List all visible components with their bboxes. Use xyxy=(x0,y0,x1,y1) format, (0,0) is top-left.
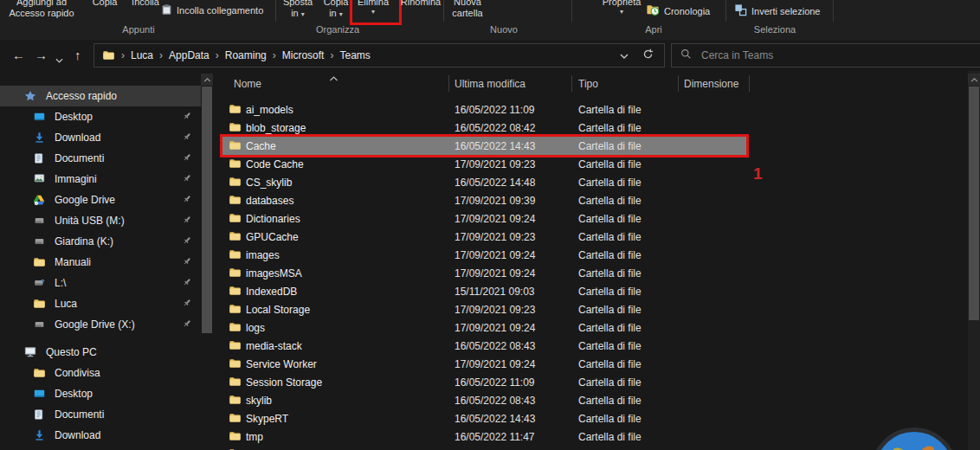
pin-icon[interactable] xyxy=(182,235,192,248)
column-header-modified[interactable]: Ultima modifica xyxy=(455,78,525,90)
pin-icon[interactable] xyxy=(182,318,192,331)
column-separator[interactable] xyxy=(571,75,572,92)
file-row-databases[interactable]: databases17/09/2021 09:39Cartella di fil… xyxy=(214,191,968,209)
pin-icon[interactable] xyxy=(182,298,192,311)
sidebar-item-quick-access[interactable]: Accesso rapido xyxy=(0,86,201,106)
file-row-logs[interactable]: logs17/09/2021 09:24Cartella di file xyxy=(214,318,968,337)
sidebar-item-download[interactable]: Download xyxy=(0,127,201,148)
breadcrumb-item-luca[interactable]: Luca xyxy=(131,49,153,61)
column-header-name[interactable]: Nome xyxy=(234,78,261,90)
sidebar-item-google-drive[interactable]: Google Drive xyxy=(0,190,201,210)
back-button[interactable]: ← xyxy=(12,48,25,61)
file-row-cache[interactable]: Cache16/05/2022 14:43Cartella di file xyxy=(214,137,968,155)
scroll-up-icon[interactable] xyxy=(201,74,213,86)
scrollbar-thumb[interactable] xyxy=(969,87,979,320)
ribbon: Aggiungi ad Accesso rapido Copia Incolla… xyxy=(0,0,980,41)
add-to-quick-access-button[interactable]: Aggiungi ad Accesso rapido xyxy=(2,0,81,19)
column-separator[interactable] xyxy=(678,75,679,92)
pin-icon[interactable] xyxy=(182,194,192,207)
sidebar-item-documenti[interactable]: Documenti xyxy=(0,404,201,425)
breadcrumb-item-roaming[interactable]: Roaming xyxy=(225,49,267,61)
paste-button[interactable]: Incolla xyxy=(126,0,164,8)
copy-button[interactable]: Copia xyxy=(87,0,123,8)
sidebar-scrollbar[interactable] xyxy=(201,71,213,450)
file-row-media-stack[interactable]: media-stack16/05/2022 08:43Cartella di f… xyxy=(214,337,968,355)
file-row-dictionaries[interactable]: Dictionaries17/09/2021 09:24Cartella di … xyxy=(214,209,968,228)
sidebar-item-immagini[interactable]: Immagini xyxy=(0,169,201,190)
recent-locations-chevron-icon[interactable] xyxy=(55,52,63,65)
scroll-up-icon[interactable] xyxy=(968,74,980,86)
pin-icon[interactable] xyxy=(182,111,192,124)
sidebar-item-condivisa[interactable]: Condivisa xyxy=(0,363,201,383)
file-type: Cartella di file xyxy=(578,249,642,261)
history-button[interactable]: Cronologia xyxy=(646,3,710,19)
dropdown-caret-icon: ▾ xyxy=(597,8,646,16)
file-modified-date: 16/05/2022 08:43 xyxy=(455,395,535,407)
properties-button[interactable]: Proprietà▾ xyxy=(597,0,646,16)
sidebar-item-manuali[interactable]: Manuali xyxy=(0,252,201,273)
file-row-partial[interactable] xyxy=(214,446,968,450)
file-row-local-storage[interactable]: Local Storage17/09/2021 09:23Cartella di… xyxy=(214,300,968,318)
refresh-icon[interactable] xyxy=(642,48,654,62)
sidebar-item-l[interactable]: ?L:\ xyxy=(0,273,201,293)
file-row-ai-models[interactable]: ai_models16/05/2022 11:09Cartella di fil… xyxy=(214,100,968,119)
invert-selection-button[interactable]: Inverti selezione xyxy=(734,3,821,19)
sidebar-item-this-pc[interactable]: Questo PC xyxy=(0,342,201,363)
file-row-images[interactable]: images17/09/2021 09:24Cartella di file xyxy=(214,246,968,264)
sidebar-item-download[interactable]: Download xyxy=(0,425,201,446)
file-row-blob-storage[interactable]: blob_storage16/05/2022 08:42Cartella di … xyxy=(214,119,968,137)
new-folder-button[interactable]: Nuova cartella xyxy=(447,0,488,19)
ribbon-separator xyxy=(275,0,276,22)
pin-icon[interactable] xyxy=(182,277,192,290)
file-row-gpucache[interactable]: GPUCache17/09/2021 09:23Cartella di file xyxy=(214,228,968,246)
column-separator[interactable] xyxy=(448,75,449,92)
file-row-imagesmsa[interactable]: imagesMSA17/09/2021 09:24Cartella di fil… xyxy=(214,264,968,282)
search-input[interactable] xyxy=(700,48,977,62)
folder-icon xyxy=(229,430,242,445)
emoji-right-eye xyxy=(920,445,935,450)
delete-button[interactable]: Elimina▾ xyxy=(353,0,393,16)
sidebar-item-desktop[interactable]: Desktop xyxy=(0,383,201,404)
address-dropdown-chevron-icon[interactable] xyxy=(620,49,629,61)
pin-icon[interactable] xyxy=(182,256,192,269)
sidebar-item-google-drive-x[interactable]: Google Drive (X:) xyxy=(0,314,201,335)
sidebar-item-desktop[interactable]: Desktop xyxy=(0,106,201,127)
pin-icon[interactable] xyxy=(182,215,192,228)
sidebar-item-documenti[interactable]: Documenti xyxy=(0,148,201,169)
invert-selection-icon xyxy=(734,3,747,19)
breadcrumb-item-appdata[interactable]: AppData xyxy=(169,49,210,61)
sidebar-item-luca[interactable]: Luca xyxy=(0,293,201,314)
file-list-scrollbar[interactable] xyxy=(968,71,980,450)
file-type: Cartella di file xyxy=(578,358,642,370)
ribbon-separator xyxy=(443,0,444,22)
file-row-service-worker[interactable]: Service Worker17/09/2021 09:24Cartella d… xyxy=(214,355,968,373)
folder-icon xyxy=(229,194,242,209)
column-header-type[interactable]: Tipo xyxy=(578,78,598,90)
ribbon-group-select: Seleziona xyxy=(754,24,796,35)
sidebar-item-unit-usb-m[interactable]: Unità USB (M:) xyxy=(0,210,201,231)
forward-button[interactable]: → xyxy=(35,48,48,61)
breadcrumb-separator-icon: › xyxy=(121,49,125,61)
file-row-indexeddb[interactable]: IndexedDB15/11/2021 09:03Cartella di fil… xyxy=(214,282,968,300)
file-row-skylib[interactable]: skylib16/05/2022 08:43Cartella di file xyxy=(214,391,968,409)
move-to-button[interactable]: Sposta in ▾ xyxy=(279,0,317,20)
file-row-cs-skylib[interactable]: CS_skylib16/05/2022 14:48Cartella di fil… xyxy=(214,173,968,191)
file-modified-date: 16/05/2022 14:48 xyxy=(455,177,535,189)
paste-shortcut-button[interactable]: Incolla collegamento xyxy=(161,3,263,18)
column-header-size[interactable]: Dimensione xyxy=(684,78,738,90)
file-row-skypert[interactable]: SkypeRT16/05/2022 14:43Cartella di file xyxy=(214,409,968,428)
scrollbar-thumb[interactable] xyxy=(202,87,212,333)
sidebar-item-giardina-k[interactable]: Giardina (K:) xyxy=(0,231,201,252)
up-button[interactable]: ↑ xyxy=(74,48,81,61)
copy-to-button[interactable]: Copia in ▾ xyxy=(319,0,353,20)
pin-icon[interactable] xyxy=(182,173,192,186)
breadcrumb-item-teams[interactable]: Teams xyxy=(339,49,370,61)
file-row-code-cache[interactable]: Code Cache17/09/2021 09:23Cartella di fi… xyxy=(214,155,968,173)
pin-icon[interactable] xyxy=(182,132,192,145)
column-separator[interactable] xyxy=(749,75,750,92)
breadcrumb-item-microsoft[interactable]: Microsoft xyxy=(282,49,325,61)
pin-icon[interactable] xyxy=(182,152,192,165)
file-row-tmp[interactable]: tmp16/05/2022 11:47Cartella di file xyxy=(214,428,968,446)
rename-button[interactable]: Rinomina xyxy=(398,0,443,8)
file-row-session-storage[interactable]: Session Storage16/05/2022 11:09Cartella … xyxy=(214,373,968,391)
